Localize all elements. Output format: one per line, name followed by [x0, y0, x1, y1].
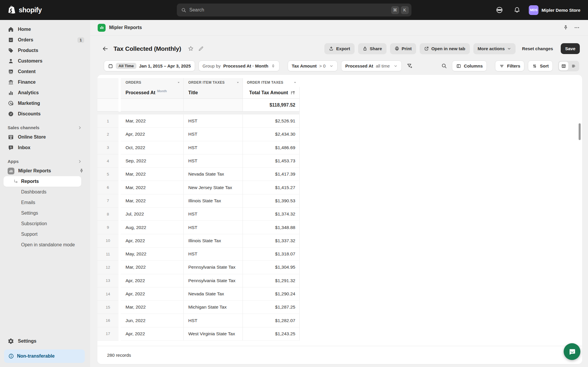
cell-total-tax-amount[interactable]: $1,453.73: [243, 154, 300, 168]
non-transferable-banner[interactable]: Non-transferable: [4, 349, 85, 363]
summary-view-toggle[interactable]: [569, 62, 578, 70]
sidebar-item-finance[interactable]: Finance: [4, 77, 87, 87]
back-arrow-icon[interactable]: [102, 45, 109, 52]
cell-total-tax-amount[interactable]: $1,337.32: [243, 234, 300, 248]
group-header-order-item-taxes[interactable]: ORDER ITEM TAXES: [184, 78, 243, 87]
more-actions-button[interactable]: More actions: [473, 43, 516, 54]
cell-total-tax-amount[interactable]: $1,290.24: [243, 287, 300, 301]
sidebar-item-mipler-reports[interactable]: Mipler Reports: [4, 166, 87, 176]
sidebar-item-customers[interactable]: Customers: [4, 56, 87, 66]
cell-total-tax-amount[interactable]: $1,243.25: [243, 327, 300, 341]
cell-total-tax-amount[interactable]: $1,348.88: [243, 221, 300, 234]
cell-total-tax-amount[interactable]: $1,415.27: [243, 181, 300, 194]
share-button[interactable]: Share: [358, 43, 387, 54]
shopify-logo[interactable]: shopify: [8, 5, 42, 15]
sidebar-subitem-support[interactable]: Support: [4, 229, 87, 240]
table-row[interactable]: 3 Oct, 2022 HST $1,486.69: [97, 141, 300, 154]
cell-tax-title[interactable]: HST: [184, 208, 243, 221]
sidebar-subitem-settings[interactable]: Settings: [4, 208, 87, 218]
table-row[interactable]: 17 Apr, 2022 West Virginia State Tax $1,…: [97, 327, 300, 341]
cell-total-tax-amount[interactable]: $2,434.30: [243, 128, 300, 141]
sidebar-item-analytics[interactable]: Analytics: [4, 87, 87, 98]
sales-channels-header[interactable]: Sales channels: [8, 125, 85, 130]
add-filter-funnel-icon[interactable]: [405, 62, 414, 70]
processed-at-filter[interactable]: Processed At all time: [341, 60, 402, 71]
cell-processed-at[interactable]: Apr, 2022: [121, 274, 184, 287]
table-row[interactable]: 1 Mar, 2022 HST $2,526.91: [97, 115, 300, 128]
cell-processed-at[interactable]: Aug, 2022: [121, 221, 184, 234]
cell-total-tax-amount[interactable]: $1,304.95: [243, 261, 300, 274]
sidebar-subitem-dashboards[interactable]: Dashboards: [4, 187, 87, 197]
cell-tax-title[interactable]: HST: [184, 314, 243, 327]
table-row[interactable]: 11 May, 2022 HST $1,318.07: [97, 248, 300, 261]
save-button[interactable]: Save: [561, 43, 580, 54]
cell-total-tax-amount[interactable]: $1,282.07: [243, 314, 300, 327]
vertical-scrollbar[interactable]: [579, 123, 581, 140]
cell-processed-at[interactable]: Oct, 2022: [121, 141, 184, 154]
table-view-toggle[interactable]: [559, 62, 568, 70]
columns-button[interactable]: Columns: [452, 60, 487, 71]
table-row[interactable]: 13 Apr, 2022 Pennsylvania State Tax $1,2…: [97, 274, 300, 287]
edit-pencil-icon[interactable]: [198, 46, 204, 52]
sidebar-item-settings[interactable]: Settings: [4, 336, 87, 346]
column-header-total-tax-amount[interactable]: Total Tax Amount: [243, 87, 300, 99]
cell-processed-at[interactable]: Apr, 2022: [121, 128, 184, 141]
apps-header[interactable]: Apps: [8, 159, 85, 164]
cell-tax-title[interactable]: HST: [184, 154, 243, 168]
open-in-new-tab-button[interactable]: Open in new tab: [420, 43, 470, 54]
cell-tax-title[interactable]: HST: [184, 128, 243, 141]
table-row[interactable]: 16 Jun, 2022 HST $1,282.07: [97, 314, 300, 327]
cell-processed-at[interactable]: Jun, 2022: [121, 314, 184, 327]
group-header-orders[interactable]: ORDERS: [121, 78, 184, 87]
favorite-star-icon[interactable]: [188, 46, 194, 52]
table-search-icon[interactable]: [440, 62, 448, 70]
cell-tax-title[interactable]: West Virginia State Tax: [184, 327, 243, 341]
cell-tax-title[interactable]: Pennsylvania State Tax: [184, 274, 243, 287]
notifications-bell-icon[interactable]: [511, 4, 523, 16]
table-row[interactable]: 5 Mar, 2022 Nevada State Tax $1,417.39: [97, 168, 300, 181]
sidebar-item-orders[interactable]: Orders 1: [4, 35, 87, 45]
table-row[interactable]: 7 Mar, 2022 Illinois State Tax $1,390.53: [97, 194, 300, 208]
table-row[interactable]: 12 Mar, 2022 Pennsylvania State Tax $1,3…: [97, 261, 300, 274]
sidekick-icon[interactable]: [494, 4, 505, 16]
table-row[interactable]: 9 Aug, 2022 HST $1,348.88: [97, 221, 300, 234]
cell-tax-title[interactable]: HST: [184, 248, 243, 261]
cell-processed-at[interactable]: Mar, 2022: [121, 181, 184, 194]
cell-total-tax-amount[interactable]: $1,287.25: [243, 301, 300, 314]
table-row[interactable]: 15 Mar, 2022 Michigan State Tax $1,287.2…: [97, 301, 300, 314]
cell-processed-at[interactable]: Jul, 2022: [121, 208, 184, 221]
cell-processed-at[interactable]: Mar, 2022: [121, 115, 184, 128]
global-search-input[interactable]: Search ⌘ K: [177, 4, 411, 16]
cell-processed-at[interactable]: Sep, 2022: [121, 154, 184, 168]
table-row[interactable]: 6 Mar, 2022 New Jersey State Tax $1,415.…: [97, 181, 300, 194]
cell-processed-at[interactable]: Mar, 2022: [121, 194, 184, 208]
cell-processed-at[interactable]: Apr, 2022: [121, 287, 184, 301]
sidebar-item-online-store[interactable]: Online Store: [4, 132, 87, 142]
cell-tax-title[interactable]: Illinois State Tax: [184, 194, 243, 208]
cell-total-tax-amount[interactable]: $1,486.69: [243, 141, 300, 154]
cell-total-tax-amount[interactable]: $1,390.53: [243, 194, 300, 208]
cell-processed-at[interactable]: May, 2022: [121, 248, 184, 261]
cell-total-tax-amount[interactable]: $1,417.39: [243, 168, 300, 181]
cell-tax-title[interactable]: Michigan State Tax: [184, 301, 243, 314]
tax-amount-filter[interactable]: Tax Amount > 0: [288, 60, 338, 71]
sidebar-item-marketing[interactable]: Marketing: [4, 98, 87, 109]
date-range-picker[interactable]: All Time Jan 1, 2015 – Apr 3, 2025: [104, 60, 195, 71]
sidebar-subitem-reports[interactable]: Reports: [4, 176, 81, 187]
cell-tax-title[interactable]: HST: [184, 221, 243, 234]
group-header-order-item-taxes-2[interactable]: ORDER ITEM TAXES: [243, 78, 300, 87]
sidebar-subitem-standalone[interactable]: Open in standalone mode: [4, 240, 87, 250]
cell-tax-title[interactable]: HST: [184, 141, 243, 154]
chat-launcher-button[interactable]: [564, 343, 580, 360]
table-row[interactable]: 4 Sep, 2022 HST $1,453.73: [97, 154, 300, 168]
more-options-icon[interactable]: [574, 25, 580, 31]
column-header-title[interactable]: Title: [184, 87, 243, 99]
reset-changes-button[interactable]: Reset changes: [519, 43, 556, 54]
cell-processed-at[interactable]: Mar, 2022: [121, 301, 184, 314]
print-button[interactable]: Print: [390, 43, 416, 54]
cell-tax-title[interactable]: Illinois State Tax: [184, 234, 243, 248]
cell-tax-title[interactable]: Nevada State Tax: [184, 287, 243, 301]
cell-processed-at[interactable]: Apr, 2022: [121, 234, 184, 248]
sidebar-item-products[interactable]: Products: [4, 45, 87, 56]
table-row[interactable]: 10 Apr, 2022 Illinois State Tax $1,337.3…: [97, 234, 300, 248]
